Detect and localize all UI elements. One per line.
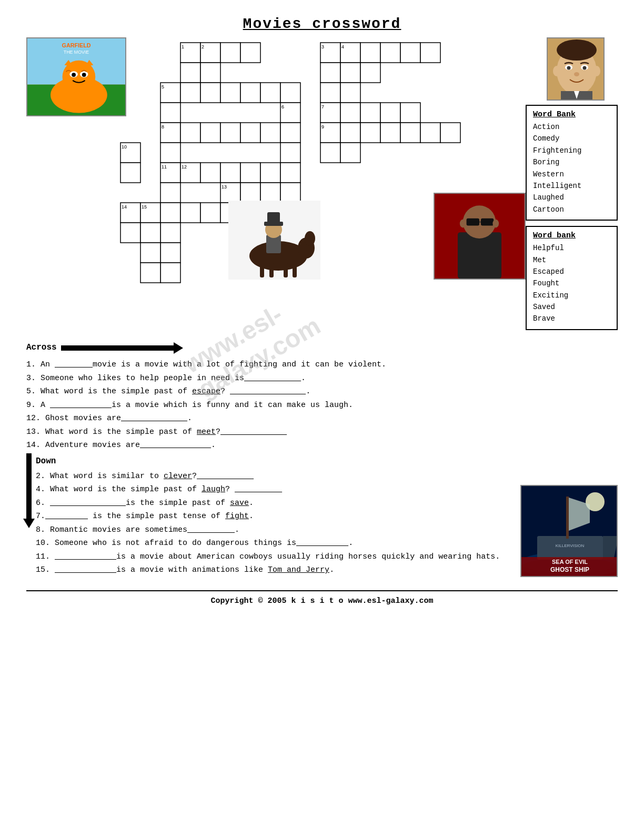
garfield-image: GARFIELD THE MOVIE — [26, 37, 126, 116]
svg-rect-108 — [269, 263, 274, 277]
svg-rect-52 — [180, 123, 200, 143]
wb1-item-7: Laughed — [533, 192, 610, 203]
clue-down-8: 8. Romantic movies are sometimes________… — [36, 523, 500, 537]
svg-rect-82 — [160, 183, 180, 203]
svg-rect-54 — [220, 123, 240, 143]
svg-rect-68 — [160, 143, 180, 163]
svg-rect-63 — [400, 123, 420, 143]
svg-rect-61 — [360, 123, 380, 143]
svg-rect-80 — [260, 163, 280, 183]
clue-down-11: 11. _____________is a movie about Americ… — [36, 550, 500, 564]
svg-rect-85 — [240, 183, 260, 203]
svg-rect-70 — [320, 143, 340, 163]
svg-text:7: 7 — [321, 104, 324, 110]
svg-point-124 — [460, 220, 466, 228]
clue-down-2: 2. What word is similar to clever?______… — [36, 470, 500, 483]
wb2-item-1: Helpful — [533, 242, 610, 254]
wb2-item-4: Fought — [533, 277, 610, 289]
svg-rect-47 — [360, 103, 380, 123]
crossword-grid: 1 2 3 4 — [115, 37, 526, 285]
svg-text:2: 2 — [202, 44, 204, 49]
ghost-ship-image: SEA OF EVIL GHOST SHIP KILLERVISION — [520, 485, 618, 577]
svg-text:8: 8 — [162, 124, 164, 130]
svg-rect-29 — [340, 63, 360, 83]
down-label: Down — [36, 454, 500, 469]
svg-rect-62 — [380, 123, 400, 143]
wb1-item-2: Comedy — [533, 133, 610, 144]
svg-rect-109 — [284, 263, 288, 277]
svg-rect-77 — [200, 163, 220, 183]
svg-rect-119 — [458, 232, 501, 279]
wb1-item-5: Western — [533, 168, 610, 180]
svg-rect-36 — [240, 83, 260, 103]
svg-rect-46 — [340, 103, 360, 123]
man-image — [434, 193, 526, 280]
svg-rect-94 — [200, 203, 220, 223]
clues-section: Across 1. An ________movie is a movie wi… — [26, 341, 618, 577]
svg-point-112 — [305, 231, 315, 246]
clue-across-12: 12. Ghost movies are______________. — [26, 412, 618, 425]
svg-rect-64 — [420, 123, 440, 143]
right-wordbank: Word Bank Action Comedy Frightening Bori… — [526, 37, 618, 330]
svg-rect-104 — [140, 263, 160, 283]
page-title: Movies crossword — [26, 16, 618, 32]
svg-rect-87 — [280, 183, 300, 203]
wb1-item-6: Intelligent — [533, 180, 610, 192]
svg-point-134 — [553, 66, 560, 76]
wb1-item-4: Boring — [533, 156, 610, 168]
svg-rect-48 — [380, 103, 400, 123]
wb1-item-8: Cartoon — [533, 204, 610, 215]
svg-rect-37 — [260, 83, 280, 103]
svg-rect-22 — [360, 43, 380, 63]
clue-down-10: 10. Someone who is not afraid to do dang… — [36, 537, 500, 550]
svg-text:14: 14 — [122, 204, 127, 210]
svg-rect-49 — [400, 103, 420, 123]
svg-text:1: 1 — [182, 44, 184, 49]
svg-rect-81 — [280, 163, 300, 183]
svg-text:GARFIELD: GARFIELD — [62, 42, 91, 48]
svg-rect-39 — [320, 83, 340, 103]
svg-rect-33 — [180, 83, 200, 103]
svg-text:6: 6 — [281, 104, 284, 110]
clue-down-7: 7._________ is the simple past tense of … — [36, 510, 500, 523]
svg-rect-71 — [340, 143, 360, 163]
svg-rect-98 — [120, 223, 140, 243]
svg-rect-99 — [160, 223, 180, 243]
svg-text:13: 13 — [222, 184, 227, 190]
main-layout: GARFIELD THE MOVIE 1 — [26, 37, 618, 330]
svg-rect-40 — [340, 83, 360, 103]
wordbank2-title: Word bank — [533, 231, 610, 240]
clue-across-9: 9. A _____________is a movie which is fu… — [26, 399, 618, 412]
svg-rect-72 — [120, 163, 140, 183]
svg-rect-79 — [240, 163, 260, 183]
clue-across-1: 1. An ________movie is a movie with a lo… — [26, 358, 618, 372]
svg-text:GHOST SHIP: GHOST SHIP — [550, 566, 589, 573]
svg-rect-69 — [280, 143, 300, 163]
svg-rect-56 — [260, 123, 280, 143]
svg-text:THE MOVIE: THE MOVIE — [64, 49, 89, 55]
svg-rect-122 — [481, 219, 494, 226]
word-bank-1: Word Bank Action Comedy Frightening Bori… — [526, 105, 618, 221]
svg-rect-60 — [340, 123, 360, 143]
wb2-item-5: Exciting — [533, 290, 610, 301]
crossword-area: 1 2 3 4 — [115, 37, 526, 330]
svg-text:15: 15 — [142, 204, 147, 210]
svg-rect-100 — [140, 223, 160, 243]
svg-point-132 — [583, 66, 587, 70]
clue-across-13: 13. What word is the simple past of meet… — [26, 425, 618, 439]
wb1-item-3: Frightening — [533, 145, 610, 156]
svg-rect-86 — [260, 183, 280, 203]
svg-rect-24 — [400, 43, 420, 63]
svg-rect-65 — [440, 123, 460, 143]
svg-text:4: 4 — [341, 44, 344, 49]
clue-across-14: 14. Adventure movies are_______________. — [26, 439, 618, 452]
svg-point-7 — [82, 73, 86, 77]
svg-rect-103 — [160, 263, 180, 283]
word-bank-2: Word bank Helpful Met Escaped Fought Exc… — [526, 226, 618, 330]
svg-rect-102 — [140, 243, 160, 263]
svg-rect-110 — [293, 263, 297, 277]
wb1-item-1: Action — [533, 121, 610, 133]
svg-rect-116 — [267, 212, 280, 224]
wb2-item-3: Escaped — [533, 266, 610, 277]
across-label: Across — [26, 341, 57, 355]
